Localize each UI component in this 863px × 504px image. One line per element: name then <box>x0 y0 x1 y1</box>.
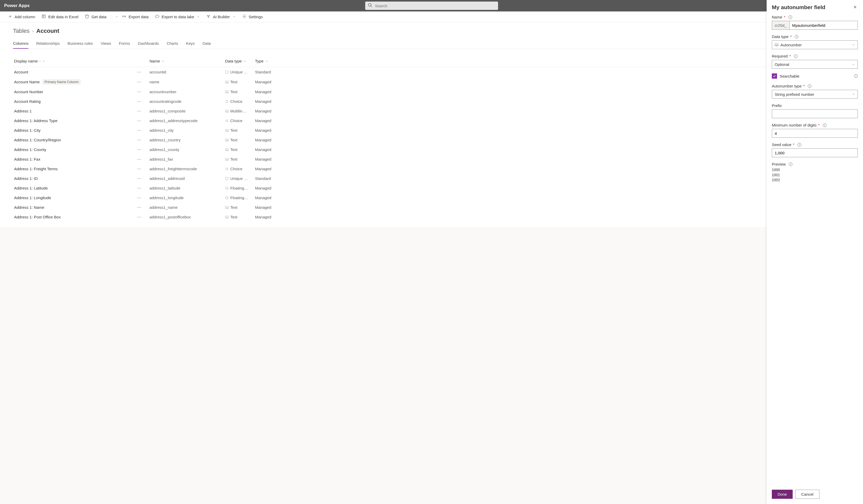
row-more-button[interactable]: ⋯ <box>137 215 150 219</box>
table-row[interactable]: Account Rating ⋯ accountratingcode Choic… <box>13 96 850 106</box>
key-icon <box>225 70 229 74</box>
text-icon <box>225 215 229 219</box>
schema-name: address1_name <box>150 205 225 209</box>
search-input[interactable] <box>373 4 496 8</box>
tab-business-rules[interactable]: Business rules <box>67 39 93 49</box>
data-type: Floating… <box>225 195 255 200</box>
tab-views[interactable]: Views <box>101 39 111 49</box>
tab-forms[interactable]: Forms <box>119 39 130 49</box>
tab-relationships[interactable]: Relationships <box>36 39 60 49</box>
table-row[interactable]: Address 1: Name ⋯ address1_name Text Man… <box>13 203 850 212</box>
tab-charts[interactable]: Charts <box>167 39 178 49</box>
data-type: Text <box>225 128 255 132</box>
required-select[interactable]: Optional <box>772 60 858 69</box>
table-row[interactable]: Address 1 ⋯ address1_composite Multilin…… <box>13 106 850 116</box>
row-more-button[interactable]: ⋯ <box>137 185 150 191</box>
info-icon[interactable]: i <box>854 74 858 78</box>
table-row[interactable]: Account ⋯ accountid Unique … Standard <box>13 67 850 77</box>
row-more-button[interactable]: ⋯ <box>137 99 150 104</box>
chevron-down-icon <box>162 60 165 63</box>
breadcrumb-current: Account <box>36 28 59 34</box>
name-input[interactable] <box>789 21 858 29</box>
info-icon[interactable]: i <box>795 35 798 39</box>
info-icon[interactable]: i <box>798 143 801 146</box>
row-more-button[interactable]: ⋯ <box>137 176 150 181</box>
searchable-checkbox[interactable] <box>772 74 777 79</box>
info-icon[interactable]: i <box>808 85 811 88</box>
row-more-button[interactable]: ⋯ <box>137 118 150 123</box>
get-data-button[interactable]: Get data <box>82 13 109 21</box>
row-more-button[interactable]: ⋯ <box>137 147 150 152</box>
autotype-select[interactable]: String prefixed number <box>772 90 858 99</box>
schema-name: accountratingcode <box>150 99 225 104</box>
export-lake-button[interactable]: Export to data lake <box>152 13 202 21</box>
info-icon[interactable]: i <box>823 124 827 127</box>
tab-dashboards[interactable]: Dashboards <box>138 39 159 49</box>
table-row[interactable]: Address 1: Address Type ⋯ address1_addre… <box>13 116 850 126</box>
breadcrumb: Tables › Account <box>13 28 850 34</box>
export-data-button[interactable]: Export data <box>119 13 151 21</box>
row-more-button[interactable]: ⋯ <box>137 166 150 171</box>
ai-builder-button[interactable]: AI Builder <box>203 13 238 21</box>
table-row[interactable]: Address 1: Post Office Box ⋯ address1_po… <box>13 212 850 222</box>
tab-data[interactable]: Data <box>202 39 211 49</box>
info-icon[interactable]: i <box>788 15 792 19</box>
close-button[interactable]: ✕ <box>852 4 858 11</box>
row-more-button[interactable]: ⋯ <box>137 69 150 75</box>
table-row[interactable]: Address 1: City ⋯ address1_city Text Man… <box>13 126 850 135</box>
tab-columns[interactable]: Columns <box>13 39 28 49</box>
data-type: Unique … <box>225 176 255 181</box>
header-display-name[interactable]: Display name ↑ <box>14 59 150 63</box>
table-row[interactable]: Account Number ⋯ accountnumber Text Mana… <box>13 87 850 96</box>
row-more-button[interactable]: ⋯ <box>137 79 150 85</box>
breadcrumb-parent[interactable]: Tables <box>13 28 30 34</box>
display-name: Address 1: Post Office Box <box>14 215 61 219</box>
row-more-button[interactable]: ⋯ <box>137 89 150 94</box>
edit-excel-label: Edit data in Excel <box>48 15 78 19</box>
table-row[interactable]: Address 1: Latitude ⋯ address1_latitude … <box>13 183 850 193</box>
prefix-input[interactable] <box>775 112 855 116</box>
header-name[interactable]: Name <box>150 59 225 63</box>
global-search[interactable] <box>365 2 498 10</box>
add-column-button[interactable]: Add column <box>5 13 38 21</box>
row-more-button[interactable]: ⋯ <box>137 157 150 161</box>
table-row[interactable]: Address 1: County ⋯ address1_county Text… <box>13 145 850 154</box>
header-data-type[interactable]: Data type <box>225 59 255 63</box>
column-type: Managed <box>255 90 281 94</box>
row-more-button[interactable]: ⋯ <box>137 108 150 114</box>
choice-icon <box>225 100 229 103</box>
column-type: Managed <box>255 195 281 200</box>
data-type: Floating… <box>225 186 255 190</box>
table-row[interactable]: Address 1: Fax ⋯ address1_fax Text Manag… <box>13 154 850 164</box>
text-icon <box>225 109 229 113</box>
table-row[interactable]: Address 1: ID ⋯ address1_addressid Uniqu… <box>13 173 850 183</box>
table-header: Display name ↑ Name Data type Type <box>13 57 850 67</box>
row-more-button[interactable]: ⋯ <box>137 195 150 200</box>
float-icon <box>225 186 229 190</box>
preview-list: 100010011002 <box>772 167 858 183</box>
header-type[interactable]: Type <box>255 59 281 63</box>
edit-excel-button[interactable]: Edit data in Excel <box>39 13 81 21</box>
content-area: Tables › Account ColumnsRelationshipsBus… <box>0 22 863 227</box>
table-row[interactable]: Account Name Primary Name Column ⋯ name … <box>13 77 850 87</box>
column-type: Managed <box>255 186 281 190</box>
row-more-button[interactable]: ⋯ <box>137 205 150 210</box>
text-icon <box>225 129 229 132</box>
info-icon[interactable]: i <box>789 163 792 166</box>
info-icon[interactable]: i <box>794 54 798 58</box>
table-row[interactable]: Address 1: Freight Terms ⋯ address1_frei… <box>13 164 850 173</box>
row-more-button[interactable]: ⋯ <box>137 128 150 133</box>
datatype-select[interactable]: Autonumber <box>772 40 858 49</box>
settings-button[interactable]: Settings <box>239 13 265 21</box>
mindigits-input[interactable] <box>775 131 855 135</box>
get-data-chevron[interactable] <box>115 15 118 19</box>
tab-keys[interactable]: Keys <box>186 39 195 49</box>
table-row[interactable]: Address 1: Country/Region ⋯ address1_cou… <box>13 135 850 145</box>
seed-input[interactable] <box>775 151 855 155</box>
prefix-input-wrap <box>772 109 858 118</box>
table-row[interactable]: Address 1: Longitude ⋯ address1_longitud… <box>13 193 850 203</box>
preview-value: 1000 <box>772 167 858 172</box>
chevron-down-icon <box>243 60 247 63</box>
row-more-button[interactable]: ⋯ <box>137 138 150 142</box>
chevron-right-icon: › <box>32 28 34 34</box>
